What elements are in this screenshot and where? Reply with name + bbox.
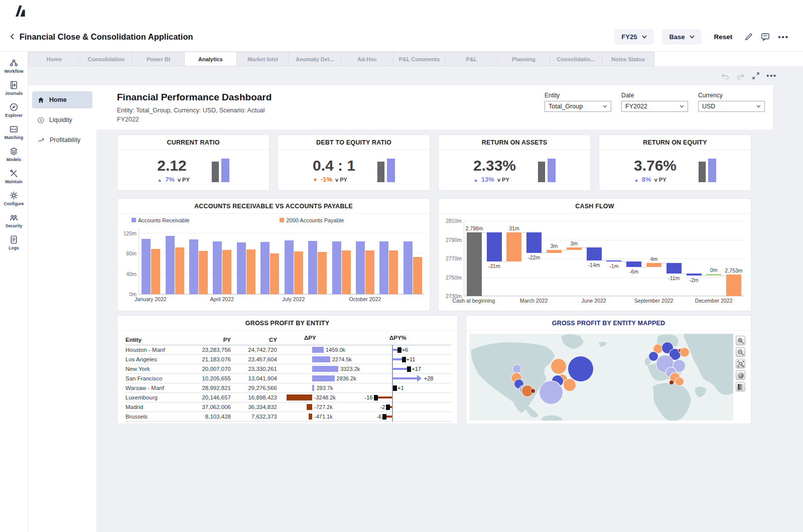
table-row-houston-manf[interactable]: Houston - Manf23,283,75624,742,7201459.0…: [125, 345, 451, 355]
kpi-main: 2.33%▲13%v PY: [473, 157, 516, 183]
accounts-payable-bar[interactable]: [151, 249, 160, 294]
map-bubble[interactable]: [551, 358, 567, 374]
accounts-receivable-bar[interactable]: [285, 240, 294, 294]
rail-item-workflow[interactable]: Workflow: [0, 55, 28, 77]
accounts-receivable-bar[interactable]: [237, 242, 246, 294]
fiscal-year-dropdown[interactable]: FY25: [614, 29, 654, 45]
table-row-luxembourg[interactable]: Luxembourg20,146,65716,898,423-3248.2k-1…: [125, 393, 451, 403]
globe-view-button[interactable]: [736, 370, 745, 380]
waterfall-bar-11[interactable]: [687, 274, 702, 276]
comment-icon[interactable]: [761, 33, 770, 41]
table-row-brussels[interactable]: Brussels8,103,4287,632,373-471.1k-6: [125, 412, 451, 422]
redo-icon[interactable]: [736, 72, 745, 79]
rail-item-maintain[interactable]: Maintain: [0, 165, 28, 187]
waterfall-bar-13[interactable]: [726, 275, 741, 296]
entity-select[interactable]: Total_Group: [545, 101, 611, 112]
accounts-payable-bar[interactable]: [389, 250, 398, 294]
back-chevron-icon[interactable]: ‹: [10, 29, 15, 42]
map-bubble[interactable]: [669, 380, 674, 385]
tab-ad-hoc[interactable]: Ad-Hoc: [341, 52, 393, 66]
accounts-payable-bar[interactable]: [222, 250, 231, 294]
waterfall-bar-5[interactable]: [567, 247, 582, 250]
tab-p-l[interactable]: P&L: [446, 52, 498, 66]
rail-item-configure[interactable]: Configure: [0, 187, 28, 209]
accounts-payable-bar[interactable]: [413, 257, 422, 294]
table-row-warsaw-manf[interactable]: Warsaw - Manf28,992,82129,276,566283.7k+…: [125, 383, 451, 393]
accounts-receivable-bar[interactable]: [189, 239, 198, 294]
table-row-los-angeles[interactable]: Los Angeles21,183,07623,457,6042274.5k+1…: [125, 355, 451, 364]
waterfall-bar-9[interactable]: [646, 263, 661, 267]
accounts-receivable-bar[interactable]: [213, 241, 222, 294]
accounts-payable-bar[interactable]: [318, 252, 327, 294]
py-cell: 20,007,070: [186, 366, 231, 372]
waterfall-bar-0[interactable]: [467, 232, 482, 297]
nav-item-liquidity[interactable]: $Liquidity: [32, 111, 92, 128]
accounts-receivable-bar[interactable]: [166, 236, 175, 294]
date-select[interactable]: FY2022: [621, 101, 688, 112]
table-row-madrid[interactable]: Madrid37,062,00636,334,832-727.2k-2: [125, 403, 451, 412]
map-bubble[interactable]: [568, 356, 594, 382]
accounts-receivable-bar[interactable]: [356, 241, 365, 294]
accounts-receivable-bar[interactable]: [332, 241, 341, 294]
accounts-receivable-bar[interactable]: [142, 239, 151, 294]
world-map[interactable]: [469, 334, 733, 421]
accounts-receivable-bar[interactable]: [404, 241, 413, 294]
tab-notes-status[interactable]: Notes Status: [602, 52, 654, 66]
tab-p-l-comments[interactable]: P&L Comments: [393, 52, 446, 66]
waterfall-bar-3[interactable]: [526, 232, 542, 253]
tab-consolidation[interactable]: Consolidation: [80, 52, 132, 66]
accounts-payable-bar[interactable]: [175, 247, 184, 294]
accounts-receivable-bar[interactable]: [308, 241, 317, 294]
waterfall-bar-4[interactable]: [547, 250, 562, 253]
accounts-payable-bar[interactable]: [365, 250, 374, 294]
nav-item-profitability[interactable]: Profitability: [32, 131, 92, 149]
accounts-payable-bar[interactable]: [294, 251, 303, 294]
accounts-payable-bar[interactable]: [270, 253, 279, 294]
undo-icon[interactable]: [721, 72, 730, 79]
tab-consolidatio[interactable]: Consolidatio...: [550, 52, 602, 66]
tab-market-intel[interactable]: Market Intel: [237, 52, 289, 66]
tab-home[interactable]: Home: [28, 52, 80, 66]
waterfall-bar-8[interactable]: [626, 261, 641, 267]
tab-anomaly-det[interactable]: Anomaly Det...: [289, 52, 341, 66]
currency-select[interactable]: USD: [698, 101, 765, 112]
waterfall-bar-7[interactable]: [606, 260, 621, 262]
rail-item-security[interactable]: Security: [0, 209, 28, 231]
map-bubble[interactable]: [539, 380, 563, 405]
rail-item-journals[interactable]: Journals: [0, 77, 28, 99]
rail-item-models[interactable]: Models: [0, 143, 28, 165]
accounts-payable-bar[interactable]: [246, 249, 255, 294]
map-bubble[interactable]: [675, 377, 684, 386]
waterfall-bar-12[interactable]: [706, 274, 721, 276]
waterfall-bar-10[interactable]: [666, 263, 682, 274]
tab-planning[interactable]: Planning: [498, 52, 550, 66]
zoom-in-button[interactable]: [736, 336, 745, 345]
edit-pencil-icon[interactable]: [744, 33, 753, 41]
accounts-receivable-bar[interactable]: [379, 241, 388, 294]
zoom-to-fit-button[interactable]: [736, 359, 745, 368]
tab-analytics[interactable]: Analytics: [185, 52, 237, 66]
heat-gradient-button[interactable]: [736, 382, 745, 391]
version-dropdown[interactable]: Base: [662, 29, 702, 45]
waterfall-bar-6[interactable]: [587, 247, 602, 260]
zoom-out-button[interactable]: [736, 347, 745, 357]
map-bubble[interactable]: [563, 378, 576, 391]
waterfall-bar-1[interactable]: [487, 232, 502, 261]
map-bubble[interactable]: [680, 347, 690, 357]
rail-item-explorer[interactable]: Explorer: [0, 99, 28, 121]
map-bubble[interactable]: [530, 388, 536, 393]
table-row-san-francisco[interactable]: San Francisco10,205,65513,041,9042836.2k…: [125, 374, 451, 383]
table-row-new-york[interactable]: New York20,007,07023,330,2613323.2k+17: [125, 364, 451, 374]
waterfall-bar-2[interactable]: [506, 232, 521, 261]
accounts-payable-bar[interactable]: [199, 251, 208, 294]
tab-power-bi[interactable]: Power BI: [132, 52, 185, 66]
nav-item-home[interactable]: Home: [32, 91, 92, 108]
rail-item-logs[interactable]: Logs: [0, 231, 28, 253]
more-icon[interactable]: •••: [766, 72, 777, 80]
accounts-receivable-bar[interactable]: [260, 242, 270, 294]
expand-icon[interactable]: [752, 72, 760, 80]
accounts-payable-bar[interactable]: [342, 250, 351, 294]
rail-item-matching[interactable]: Matching: [0, 121, 28, 143]
reset-button[interactable]: Reset: [714, 33, 732, 41]
more-options-icon[interactable]: •••: [778, 33, 789, 41]
